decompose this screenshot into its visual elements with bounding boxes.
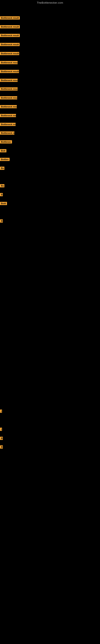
bottleneck-result-badge[interactable]: B [0,219,3,222]
bottleneck-result-badge[interactable]: B [0,193,3,196]
bottleneck-result-badge[interactable]: Bottleneck re [0,132,14,135]
bottleneck-result-badge[interactable]: Bottlen [0,158,10,161]
bottleneck-result-badge[interactable]: Bottlenec [0,140,12,144]
bottleneck-result-badge[interactable]: Bottleneck resu [0,96,17,100]
bottleneck-result-badge[interactable]: Bottleneck result [0,70,19,73]
bottleneck-result-badge[interactable]: Bottl [0,202,7,205]
bottleneck-result-badge[interactable]: B [0,437,3,440]
bottleneck-result-badge[interactable]: Bottleneck res [0,114,16,117]
site-title: TheBottlenecker.com [0,0,100,5]
bottleneck-result-badge[interactable]: Bo [0,184,4,187]
bottleneck-result-badge[interactable]: Bottleneck resu [0,87,18,90]
bottleneck-result-badge[interactable]: Bott [0,149,6,152]
bottleneck-result-badge[interactable]: Bottleneck result [0,25,20,28]
bottleneck-result-badge[interactable]: Bottleneck result [0,43,20,46]
bottleneck-result-badge[interactable]: Bottleneck result [0,16,20,20]
bottleneck-result-badge[interactable]: Bottleneck resu [0,61,18,64]
bottleneck-result-badge[interactable]: Bottleneck resu [0,105,17,108]
bottleneck-result-badge[interactable]: B [0,445,3,448]
bottleneck-result-badge[interactable]: Bottleneck resu [0,79,18,82]
bottleneck-result-badge[interactable]: | [0,428,2,431]
bottleneck-result-badge[interactable]: | [0,410,2,413]
bottleneck-result-badge[interactable]: Bottleneck res [0,123,16,126]
bottleneck-result-badge[interactable]: Bottleneck result [0,52,19,55]
bottleneck-result-badge[interactable]: Bottleneck result [0,34,20,37]
bottleneck-result-badge[interactable]: Bo [0,167,4,170]
